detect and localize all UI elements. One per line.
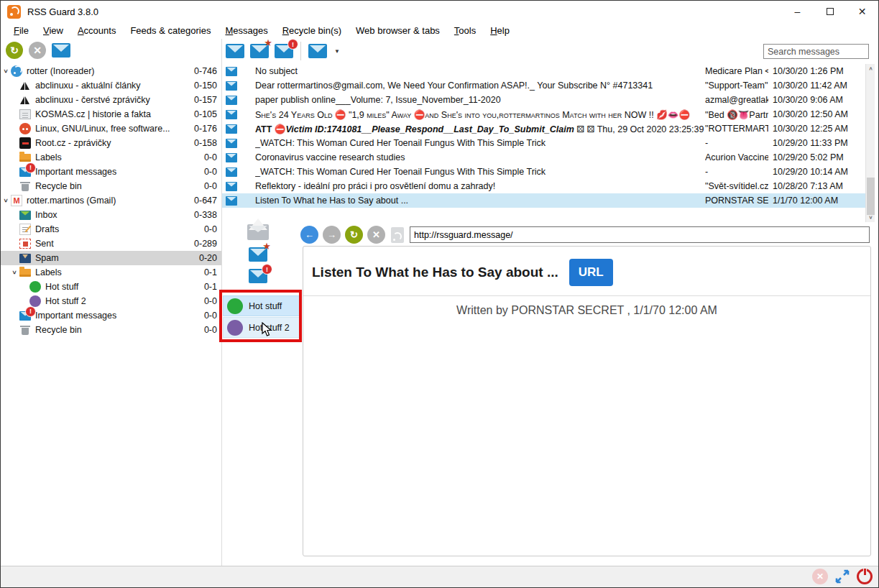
- mark-all-read-icon[interactable]: [52, 43, 70, 58]
- message-preview: Listen To What he Has to Say about ... U…: [303, 246, 871, 556]
- message-date: 1/1/70 12:00 AM: [768, 196, 865, 206]
- unread-envelope-icon: [226, 67, 237, 76]
- trash-icon: [19, 324, 31, 336]
- feed-item-important-inoreader[interactable]: > Important messages 0-0: [1, 165, 221, 179]
- message-row[interactable]: paper publish online___Volume: 7, Issue_…: [222, 93, 865, 107]
- message-subject: Dear rottermartinos@gmail.com, We Need Y…: [255, 81, 705, 91]
- feed-item-rootcz[interactable]: > Root.cz - zprávičky 0-158: [1, 136, 221, 150]
- message-date: 10/29/20 10:14 AM: [768, 167, 865, 177]
- unread-envelope-icon: [226, 96, 237, 105]
- fullscreen-icon[interactable]: [834, 569, 850, 584]
- menu-view[interactable]: View: [36, 24, 70, 37]
- feed-item-abclinuxu-clanky[interactable]: > abclinuxu - aktuální články 0-150: [1, 78, 221, 93]
- feed-count: 0-647: [188, 196, 221, 206]
- rss-source-icon[interactable]: [391, 227, 404, 243]
- mark-read-icon[interactable]: [226, 44, 244, 58]
- forward-icon[interactable]: →: [323, 226, 341, 244]
- feed-count: 0-0: [188, 167, 221, 177]
- message-row[interactable]: Reflektory - ideální pro práci i pro osv…: [222, 179, 865, 193]
- document-icon: [19, 109, 31, 119]
- message-row[interactable]: No subject Medicare Plan <e... 10/30/20 …: [222, 64, 865, 78]
- feed-item-linux[interactable]: > Linux, GNU/Linux, free software... 0-1…: [1, 121, 221, 136]
- power-quit-icon[interactable]: [857, 569, 873, 584]
- feed-item-rotter-inoreader[interactable]: > rotter (Inoreader) 0-746: [1, 64, 221, 78]
- message-row[interactable]: Coronavirus vaccine research studies Acu…: [222, 150, 865, 165]
- url-input[interactable]: [410, 226, 870, 243]
- message-row[interactable]: Dear rottermartinos@gmail.com, We Need Y…: [222, 78, 865, 93]
- stop-update-icon[interactable]: ✕: [29, 42, 46, 59]
- expander-icon[interactable]: >: [11, 267, 18, 277]
- feed-item-spam[interactable]: > Spam 0-20: [1, 251, 221, 265]
- feed-count: 0-0: [188, 181, 221, 191]
- expander-icon[interactable]: >: [2, 66, 9, 76]
- feed-item-drafts[interactable]: > Drafts 0-0: [1, 222, 221, 236]
- menu-recycle-bins[interactable]: Recycle bin(s): [275, 24, 349, 37]
- menu-help[interactable]: Help: [483, 24, 517, 37]
- scrollbar-thumb[interactable]: [867, 178, 875, 215]
- message-row-selected[interactable]: Listen To What he Has to Say about ... P…: [222, 193, 865, 208]
- message-list-scrollbar[interactable]: > >: [865, 64, 875, 222]
- feed-item-abclinuxu-zpravicky[interactable]: > abclinuxu - čerstvé zprávičky 0-157: [1, 93, 221, 107]
- url-button[interactable]: URL: [569, 259, 613, 286]
- feed-item-hot-stuff-2[interactable]: > Hot stuff 2 0-0: [1, 294, 221, 308]
- message-menu-icon[interactable]: [308, 44, 327, 58]
- reload-icon[interactable]: ↻: [345, 226, 363, 244]
- message-subject: _WATCH: This Woman Cured Her Toenail Fun…: [255, 167, 705, 177]
- menu-feeds-categories[interactable]: Feeds & categories: [123, 24, 218, 37]
- feed-item-sent[interactable]: > Sent 0-289: [1, 236, 221, 251]
- expander-icon[interactable]: >: [2, 196, 9, 206]
- feed-label: Labels: [35, 267, 188, 277]
- label-green-icon: [29, 281, 41, 293]
- feed-item-labels-inoreader[interactable]: > Labels 0-0: [1, 150, 221, 165]
- feed-count: 0-0: [188, 296, 221, 306]
- feed-item-recycle-gmail[interactable]: > Recycle bin 0-0: [1, 323, 221, 337]
- feed-count: 0-338: [188, 210, 221, 220]
- feed-item-labels-gmail[interactable]: > Labels 0-1: [1, 265, 221, 280]
- feed-item-kosmas[interactable]: > KOSMAS.cz | historie a fakta 0-105: [1, 107, 221, 121]
- message-row[interactable]: She's 24 Years Old ⛔ "1,9 miles" Away ⛔a…: [222, 107, 865, 121]
- search-input[interactable]: [763, 44, 869, 59]
- update-feeds-icon[interactable]: ↻: [6, 42, 23, 59]
- mark-unread-icon[interactable]: [275, 44, 293, 58]
- mark-read-open-envelope-icon[interactable]: [247, 224, 269, 240]
- minimize-button[interactable]: –: [781, 1, 814, 22]
- feed-item-inbox[interactable]: > Inbox 0-338: [1, 208, 221, 222]
- spam-icon: [19, 254, 31, 263]
- feed-label: Linux, GNU/Linux, free software...: [35, 124, 188, 134]
- abclinuxu-icon: [19, 80, 31, 91]
- menu-bar: File View Accounts Feeds & categories Me…: [1, 22, 878, 39]
- mouse-cursor-icon: [262, 322, 272, 337]
- purple-label-icon: [227, 320, 243, 336]
- mark-important-icon[interactable]: [249, 247, 267, 262]
- feed-item-gmail-account[interactable]: > rotter.martinos (Gmail) 0-647: [1, 193, 221, 208]
- label-option-hot-stuff[interactable]: Hot stuff: [223, 295, 300, 316]
- message-row[interactable]: ATT ⛔Victim ID:1741081__Please_Respond__…: [222, 121, 865, 136]
- menu-messages[interactable]: Messages: [218, 24, 275, 37]
- feed-label: Recycle bin: [35, 181, 188, 191]
- close-button[interactable]: ✕: [846, 1, 878, 22]
- stop-icon[interactable]: ✕: [367, 226, 385, 244]
- feed-item-recycle-inoreader[interactable]: > Recycle bin 0-0: [1, 179, 221, 193]
- menu-accounts[interactable]: Accounts: [70, 24, 123, 37]
- message-row[interactable]: _WATCH: This Woman Cured Her Toenail Fun…: [222, 136, 865, 150]
- mark-important-icon[interactable]: [250, 44, 269, 58]
- dropdown-caret-icon[interactable]: ▼: [334, 48, 340, 55]
- menu-tools[interactable]: Tools: [447, 24, 483, 37]
- feed-item-important-gmail[interactable]: > Important messages 0-0: [1, 308, 221, 323]
- label-purple-icon: [29, 295, 41, 307]
- maximize-button[interactable]: [814, 1, 846, 22]
- scroll-up-icon[interactable]: >: [866, 64, 875, 73]
- menu-web-browser-tabs[interactable]: Web browser & tabs: [349, 24, 447, 37]
- feed-item-hot-stuff[interactable]: > Hot stuff 0-1: [1, 280, 221, 294]
- feed-label: Recycle bin: [35, 325, 188, 335]
- feed-label: Labels: [35, 152, 188, 162]
- message-sender: "Support-Team" ...: [705, 81, 768, 91]
- title-bar: RSS Guard 3.8.0 – ✕: [1, 1, 878, 22]
- scroll-down-icon[interactable]: >: [866, 213, 875, 222]
- unread-envelope-icon: [226, 81, 237, 91]
- feed-count: 0-0: [188, 325, 221, 335]
- menu-file[interactable]: File: [6, 24, 36, 37]
- mark-unread-icon[interactable]: [249, 269, 267, 283]
- message-row[interactable]: _WATCH: This Woman Cured Her Toenail Fun…: [222, 165, 865, 179]
- back-icon[interactable]: ←: [300, 226, 318, 244]
